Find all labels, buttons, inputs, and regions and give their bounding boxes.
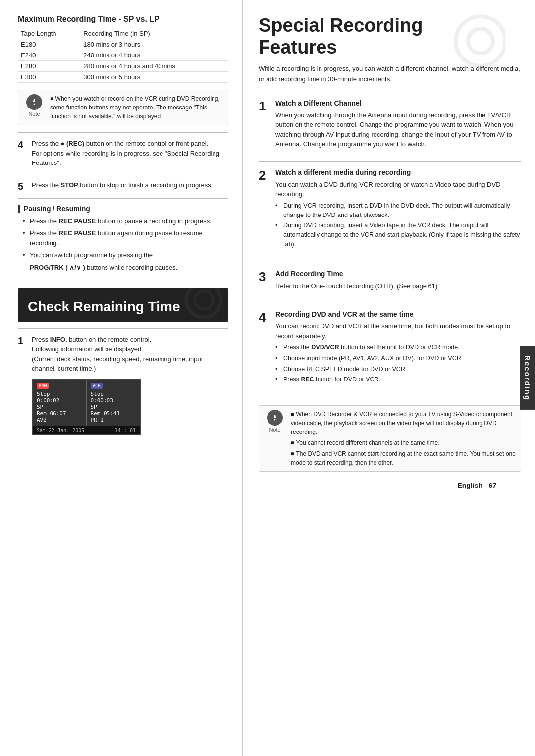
list-item: Choose REC SPEED mode for DVD or VCR. (275, 365, 521, 374)
feature-4: 4 Recording DVD and VCR at the same time… (259, 309, 521, 392)
svg-point-0 (34, 104, 35, 105)
table-header-tape: Tape Length (18, 28, 80, 39)
list-item: Press the REC PAUSE button to pause a re… (23, 216, 228, 226)
note-text: ■ When you watch or record on the VCR du… (50, 94, 223, 121)
vcr-badge: VCR (91, 383, 103, 389)
table-row: E240 240 mins or 4 hours (18, 50, 228, 61)
feature-1-title: Watch a Different Channel (275, 98, 521, 108)
prog-trk-text: PROG/TRK ( ∧/∨ ) buttons while recording… (18, 263, 228, 272)
feature-4-title: Recording DVD and VCR at the same time (275, 309, 521, 320)
page-title: Special Recording Features (259, 15, 521, 58)
divider (259, 303, 521, 303)
intro-text: While a recording is in progress, you ca… (259, 64, 521, 85)
feature-2-text: You can watch a DVD during VCR recording… (275, 180, 521, 199)
pausing-title: Pausing / Resuming (18, 205, 228, 213)
right-column: Special Recording Features While a recor… (243, 0, 535, 756)
feature-3-text: Refer to the One-Touch Recording (OTR). … (275, 281, 437, 291)
info-step-content: Press INFO. button on the remote control… (32, 335, 228, 374)
divider (259, 398, 521, 398)
list-item: Choose input mode (PR, AV1, AV2, AUX or … (275, 354, 521, 363)
info-right-time: 0:00:03 (91, 397, 136, 404)
list-item: During DVD recording, insert a Video tap… (275, 221, 521, 249)
page-footer: English - 67 (259, 482, 521, 489)
info-display-box: RAM Stop 0:00:02 SP Rem 06:07 AV2 VCR St… (32, 379, 141, 435)
list-item: During VCR recording, insert a DVD in th… (275, 201, 521, 220)
divider (259, 92, 521, 92)
right-note-label: Note (269, 427, 280, 432)
feature-4-text: You can record DVD and VCR at the same t… (275, 322, 521, 341)
divider (18, 174, 228, 174)
info-col-right: VCR Stop 0:00:03 SP Rem 05:41 PR 1 (87, 380, 140, 426)
table-row: E180 180 mins or 3 hours (18, 39, 228, 50)
note-icon (26, 94, 42, 110)
info-left-input: AV2 (37, 417, 82, 423)
info-footer-date: Sat 22 Jan. 2005 (37, 428, 84, 433)
info-right-status: Stop (91, 391, 136, 397)
right-note-text: ■ When DVD Recorder & VCR is connected t… (291, 410, 516, 467)
feature-3-content: Add Recording Time Refer to the One-Touc… (275, 269, 437, 297)
feature-3: 3 Add Recording Time Refer to the One-To… (259, 269, 521, 297)
list-item: Press the DVD/VCR button to set the unit… (275, 343, 521, 352)
feature-1: 1 Watch a Different Channel When you wat… (259, 98, 521, 155)
info-left-speed: SP (37, 404, 82, 410)
recording-time-table: Tape Length Recording Time (in SP) E180 … (18, 28, 228, 83)
divider (259, 161, 521, 162)
info-footer-time: 14 : 01 (115, 428, 136, 433)
note-icon-area: Note (23, 94, 45, 117)
info-col-left: RAM Stop 0:00:02 SP Rem 06:07 AV2 (33, 380, 86, 426)
info-right-rem: Rem 05:41 (91, 410, 136, 417)
table-row: E280 280 mins or 4 hours and 40mins (18, 61, 228, 72)
note-label: Note (28, 111, 40, 117)
page-number: English - 67 (457, 482, 496, 489)
table-row: E300 300 mins or 5 hours (18, 72, 228, 83)
feature-1-content: Watch a Different Channel When you watch… (275, 98, 521, 155)
right-note-icon-area: Note (264, 410, 286, 432)
divider (259, 263, 521, 263)
right-note-box: Note ■ When DVD Recorder & VCR is connec… (259, 405, 521, 472)
table-header-time: Recording Time (in SP) (80, 28, 228, 39)
feature-4-bullets: Press the DVD/VCR button to set the unit… (275, 343, 521, 384)
info-step-1: 1 Press INFO. button on the remote contr… (18, 335, 228, 374)
info-col-right-header: VCR (91, 383, 136, 389)
feature-2: 2 Watch a different media during recordi… (259, 167, 521, 257)
max-recording-title: Maximum Recording Time - SP vs. LP (18, 15, 228, 24)
info-footer: Sat 22 Jan. 2005 14 : 01 (33, 426, 140, 434)
banner-title: Check Remaining Time (28, 299, 218, 315)
divider (18, 279, 228, 279)
info-col-left-header: RAM (37, 383, 82, 389)
info-left-rem: Rem 06:07 (37, 410, 82, 417)
info-right-speed: SP (91, 404, 136, 410)
info-left-time: 0:00:02 (37, 397, 82, 404)
divider (18, 198, 228, 199)
feature-4-content: Recording DVD and VCR at the same time Y… (275, 309, 521, 392)
step-5-content: Press the STOP button to stop or finish … (32, 180, 213, 190)
note-bullet-icon: ■ (50, 95, 55, 102)
feature-2-title: Watch a different media during recording (275, 167, 521, 178)
step-4: 4 Press the ● (REC) button on the remote… (18, 139, 228, 168)
divider (18, 132, 228, 133)
list-item: Press REC button for DVD or VCR. (275, 375, 521, 384)
feature-3-title: Add Recording Time (275, 269, 437, 279)
divider (18, 328, 228, 329)
info-left-status: Stop (37, 391, 82, 397)
info-right-input: PR 1 (91, 417, 136, 423)
pausing-section: Pausing / Resuming Press the REC PAUSE b… (18, 205, 228, 272)
right-note-icon (267, 410, 283, 426)
list-item: You can switch programme by pressing the (23, 250, 228, 260)
svg-point-5 (274, 419, 276, 421)
ram-badge: RAM (37, 383, 49, 389)
info-display-inner: RAM Stop 0:00:02 SP Rem 06:07 AV2 VCR St… (33, 380, 140, 426)
pausing-bullets: Press the REC PAUSE button to pause a re… (18, 216, 228, 260)
step-5: 5 Press the STOP button to stop or finis… (18, 180, 228, 192)
left-column: Maximum Recording Time - SP vs. LP Tape … (0, 0, 243, 756)
feature-1-text: When you watching through the Antenna in… (275, 110, 521, 149)
list-item: Press the REC PAUSE button again during … (23, 228, 228, 248)
check-remaining-banner: Check Remaining Time (18, 288, 228, 322)
feature-2-content: Watch a different media during recording… (275, 167, 521, 257)
step-4-content: Press the ● (REC) button on the remote c… (32, 139, 228, 168)
vertical-recording-tab: Recording (520, 346, 535, 410)
note-box-vcr: Note ■ When you watch or record on the V… (18, 90, 228, 125)
feature-2-bullets: During VCR recording, insert a DVD in th… (275, 201, 521, 249)
